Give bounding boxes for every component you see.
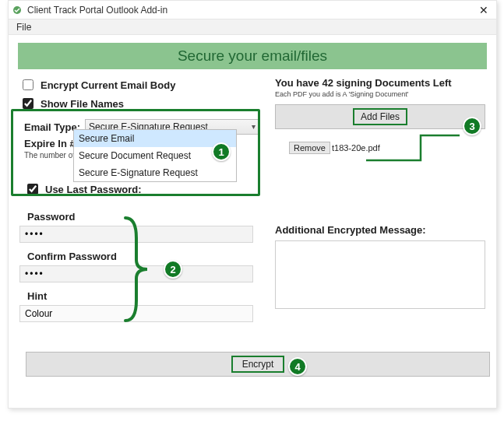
menubar: File [9,19,496,35]
show-filenames-row[interactable]: Show File Names [19,96,259,111]
window-title: Client Track Portal Outlook Add-in [27,5,476,16]
chevron-down-icon: ▾ [252,122,256,131]
additional-message-label: Additional Encrypted Message: [275,224,485,236]
dropdown-opt-secure-email[interactable]: Secure Email [74,130,236,147]
docs-left-sub: Each PDF you add is A 'Signing Document' [275,90,485,98]
add-files-label: Add Files [353,108,407,125]
hint-label: Hint [27,290,259,302]
confirm-password-label: Confirm Password [27,251,259,262]
file-row: Remove t183-20e.pdf [289,142,485,154]
file-name: t183-20e.pdf [332,143,380,153]
show-filenames-label: Show File Names [41,98,124,110]
use-last-password-checkbox[interactable] [27,184,38,195]
right-column: You have 42 signing Documents Left Each … [275,77,485,322]
docs-left-heading: You have 42 signing Documents Left [275,77,485,89]
encrypt-body-row[interactable]: Encrypt Current Email Body [19,77,259,93]
encrypt-body-label: Encrypt Current Email Body [41,79,175,91]
encrypt-body-checkbox[interactable] [23,79,33,90]
hint-input[interactable] [19,305,253,322]
use-last-password-row[interactable]: Use Last Password: [24,181,259,197]
remove-file-button[interactable]: Remove [289,142,330,154]
annotation-callout-4: 4 [288,357,307,376]
dropdown-opt-secure-esign-request[interactable]: Secure E-Signature Request [74,164,236,181]
left-column: Encrypt Current Email Body Show File Nam… [19,77,259,322]
encrypt-button[interactable]: Encrypt [26,352,490,377]
additional-message-input[interactable] [275,240,485,309]
dialog-window: Client Track Portal Outlook Add-in ✕ Fil… [8,0,497,409]
encrypt-label: Encrypt [231,356,285,373]
use-last-password-label: Use Last Password: [45,184,142,195]
app-icon [12,5,23,16]
annotation-callout-1: 1 [212,142,231,161]
confirm-password-input[interactable] [19,265,253,282]
add-files-button[interactable]: Add Files [275,104,485,129]
password-input[interactable] [19,226,253,243]
password-label: Password [27,211,259,223]
show-filenames-checkbox[interactable] [23,98,33,109]
annotation-callout-2: 2 [164,260,182,279]
titlebar: Client Track Portal Outlook Add-in ✕ [9,1,496,19]
email-type-label: Email Type: [24,121,80,133]
menu-file[interactable]: File [13,22,34,33]
annotation-callout-3: 3 [463,117,481,135]
close-icon[interactable]: ✕ [476,4,492,16]
banner-title: Secure your email/files [18,43,487,69]
